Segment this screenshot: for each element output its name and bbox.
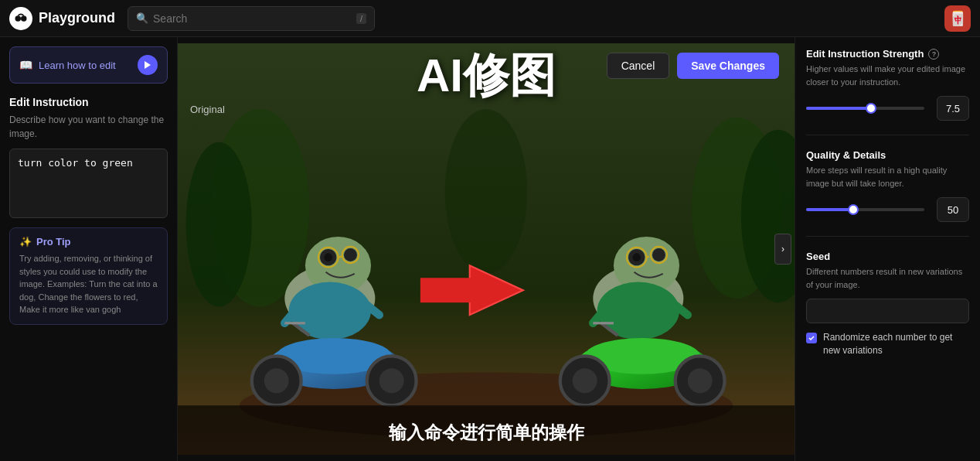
seed-input[interactable] (806, 299, 969, 323)
right-sidebar: Edit Instruction Strength ? Higher value… (795, 37, 980, 461)
learn-btn-label: Learn how to edit (39, 60, 116, 71)
divider-1 (806, 135, 969, 135)
star-icon: ✨ (19, 236, 32, 248)
search-bar[interactable]: 🔍 / (128, 6, 375, 31)
edit-instruction-title: Edit Instruction (9, 96, 168, 108)
nav-logo: Playground (9, 7, 115, 30)
randomize-row: Randomize each number to get new variati… (806, 331, 969, 357)
svg-point-25 (379, 368, 404, 393)
strength-desc: Higher values will make your edited imag… (806, 63, 969, 88)
logo-text: Playground (39, 10, 115, 26)
svg-point-34 (652, 248, 665, 261)
svg-point-7 (445, 109, 527, 274)
center-area: AI修图 Cancel Save Changes Original (178, 37, 795, 461)
image-area: 输入命令进行简单的操作 › (178, 37, 795, 461)
strength-section: Edit Instruction Strength ? Higher value… (806, 48, 969, 121)
seed-section: Seed Different numbers result in new var… (806, 251, 969, 357)
svg-rect-29 (420, 278, 474, 302)
cancel-button[interactable]: Cancel (607, 53, 670, 79)
svg-point-12 (324, 253, 332, 261)
search-icon: 🔍 (136, 12, 148, 24)
quality-desc: More steps will result in a high quality… (806, 164, 969, 190)
divider-2 (806, 236, 969, 237)
strength-title: Edit Instruction Strength (806, 48, 924, 60)
strength-info-icon[interactable]: ? (928, 49, 939, 60)
play-button[interactable] (138, 55, 158, 75)
learn-how-to-edit-button[interactable]: 📖 Learn how to edit (9, 46, 168, 84)
main-layout: 📖 Learn how to edit Edit Instruction Des… (0, 37, 980, 461)
instruction-textarea[interactable] (9, 149, 168, 218)
scene-svg: 输入命令进行简单的操作 (178, 37, 795, 461)
svg-point-13 (344, 248, 357, 261)
quality-slider-thumb[interactable] (848, 204, 859, 215)
logo-icon (9, 7, 32, 30)
original-label: Original (190, 104, 225, 115)
svg-point-46 (688, 368, 713, 393)
svg-point-0 (15, 15, 22, 22)
svg-point-1 (21, 15, 27, 22)
strength-slider-track (806, 107, 924, 110)
strength-slider-thumb[interactable] (866, 103, 876, 114)
svg-point-33 (632, 253, 641, 261)
left-sidebar: 📖 Learn how to edit Edit Instruction Des… (0, 37, 178, 461)
quality-value-input[interactable] (937, 197, 969, 222)
svg-line-37 (646, 257, 648, 258)
action-buttons: Cancel Save Changes (607, 53, 779, 79)
seed-title: Seed (806, 251, 830, 262)
top-nav: Playground 🔍 / 🀄 (0, 0, 980, 37)
svg-line-16 (338, 257, 342, 258)
strength-value-input[interactable] (937, 96, 969, 121)
pro-tip-box: ✨ Pro Tip Try adding, removing, or think… (9, 227, 168, 325)
quality-section: Quality & Details More steps will result… (806, 149, 969, 222)
quality-slider-fill (806, 208, 853, 211)
pro-tip-text: Try adding, removing, or thinking of sty… (19, 252, 158, 316)
pro-tip-title: Pro Tip (36, 236, 71, 248)
save-changes-button[interactable]: Save Changes (677, 53, 779, 79)
quality-slider-track (806, 208, 924, 211)
randomize-label: Randomize each number to get new variati… (823, 331, 969, 357)
chevron-right-button[interactable]: › (774, 234, 791, 265)
book-icon: 📖 (19, 59, 32, 71)
search-kbd: / (356, 13, 366, 24)
quality-title: Quality & Details (806, 149, 886, 161)
svg-point-23 (264, 368, 289, 393)
svg-point-4 (186, 142, 252, 307)
user-avatar[interactable]: 🀄 (944, 5, 971, 32)
svg-point-44 (573, 368, 597, 393)
seed-desc: Different numbers result in new variatio… (806, 265, 969, 291)
svg-text:输入命令进行简单的操作: 输入命令进行简单的操作 (388, 422, 585, 442)
strength-slider-fill (806, 107, 871, 110)
randomize-checkbox[interactable] (806, 333, 817, 343)
edit-instruction-desc: Describe how you want to change the imag… (9, 113, 168, 141)
search-input[interactable] (153, 12, 352, 25)
